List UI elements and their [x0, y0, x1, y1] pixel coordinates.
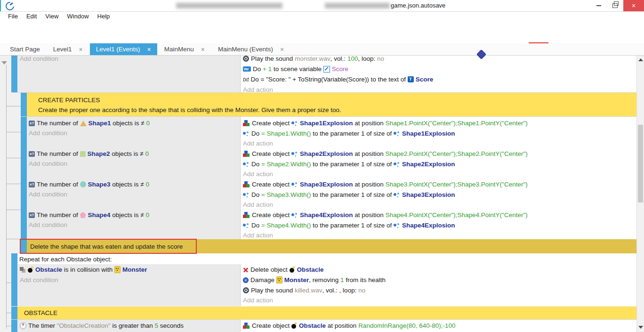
- action-line[interactable]: txt Do = "Score: " + ToString(Variable(S…: [243, 74, 433, 84]
- condition-line[interactable]: Obstacle is in collision with Monster: [20, 265, 147, 275]
- text-segment: at position: [326, 322, 358, 329]
- particle-icon: [394, 192, 400, 198]
- action-line[interactable]: Create object Obstacle at position Rando…: [243, 321, 456, 331]
- action-line[interactable]: Do = Shape1.Width() to the parameter 1 o…: [243, 129, 455, 138]
- menu-file[interactable]: File: [4, 13, 22, 20]
- text-segment: , loop:: [358, 56, 377, 62]
- tree-line: [6, 132, 21, 132]
- text-segment: The timer: [28, 322, 57, 329]
- menu-edit[interactable]: Edit: [22, 13, 41, 20]
- minimize-button[interactable]: [591, 0, 606, 11]
- action-line[interactable]: Do + 1 to scene variable Score: [243, 64, 348, 74]
- text-segment: Shape3Explosion: [300, 181, 353, 188]
- add-condition-placeholder[interactable]: Add condition: [29, 220, 67, 230]
- condition-action-divider: [240, 209, 241, 239]
- vertical-scrollbar[interactable]: [636, 56, 644, 332]
- action-line[interactable]: Play the sound killed.wav, vol.: , loop:…: [243, 285, 365, 295]
- text-segment: to the parameter 1 of size of: [311, 161, 394, 168]
- action-line[interactable]: Create object Shape2Explosion at positio…: [243, 149, 528, 159]
- text-segment: Shape4: [88, 211, 111, 219]
- menu-window[interactable]: Window: [63, 13, 93, 20]
- tab-level1-events[interactable]: Level1 (Events)×: [90, 43, 157, 55]
- text-segment: Score: [416, 76, 434, 83]
- condition-line[interactable]: The number of Shape3 objects is ≠ 0: [29, 179, 149, 189]
- action-line[interactable]: Create object Shape4Explosion at positio…: [243, 210, 528, 220]
- event-indent-bar: [21, 93, 27, 116]
- scrollbar-thumb[interactable]: [638, 125, 643, 202]
- collapse-arrow-icon[interactable]: [1, 61, 7, 65]
- add-action-placeholder[interactable]: Add action: [243, 295, 273, 305]
- add-action-placeholder[interactable]: Add action: [243, 200, 273, 210]
- action-line[interactable]: Create object Shape1Explosion at positio…: [243, 118, 528, 128]
- text-segment: 0: [145, 150, 149, 157]
- tree-line: [6, 184, 21, 184]
- tab-mainmenu[interactable]: MainMenu×: [158, 43, 211, 55]
- add-condition-placeholder[interactable]: Add condition: [29, 128, 67, 138]
- monster-icon: [114, 266, 121, 273]
- restore-icon: [612, 3, 618, 8]
- repeat-event-header[interactable]: Repeat for each Obstacle object:: [19, 254, 112, 264]
- add-condition-placeholder[interactable]: Add condition: [20, 275, 58, 285]
- menu-help[interactable]: Help: [93, 13, 114, 20]
- particle-icon: [394, 222, 400, 228]
- restore-button[interactable]: [607, 0, 622, 11]
- text-segment: Do: [253, 65, 263, 73]
- text-segment: Obstacle: [297, 266, 324, 273]
- add-action-placeholder[interactable]: Add action: [243, 138, 273, 148]
- text-segment: ≠: [140, 211, 145, 219]
- action-line[interactable]: Do = Shape2.Width() to the parameter 1 o…: [243, 159, 455, 169]
- tab-close-icon[interactable]: ×: [280, 46, 284, 53]
- comment-title: CREATE PARTICLES: [38, 95, 100, 105]
- tab-label: Start Page: [10, 46, 40, 53]
- particle-icon: [394, 161, 400, 167]
- condition-line[interactable]: The number of Shape1 objects is ≠ 0: [29, 118, 150, 128]
- tab-close-icon[interactable]: ×: [147, 46, 151, 53]
- tab-level1[interactable]: Level1×: [47, 43, 89, 55]
- text-segment: The number of: [37, 120, 80, 127]
- toolbar: + + + –: [0, 21, 644, 43]
- object-count-icon: [29, 212, 35, 218]
- close-icon: ×: [632, 2, 636, 9]
- text-segment: killed.wav: [295, 287, 322, 294]
- add-condition-placeholder[interactable]: Add condition: [29, 189, 67, 199]
- create-object-icon: [243, 323, 250, 329]
- action-line[interactable]: Do = Shape3.Width() to the parameter 1 o…: [243, 190, 455, 200]
- add-action-placeholder[interactable]: Add action: [243, 230, 273, 240]
- condition-action-divider: [240, 117, 241, 147]
- comment-title: OBSTACLE: [24, 308, 57, 317]
- text-segment: Shape4Explosion: [300, 211, 353, 219]
- condition-line[interactable]: The timer "ObstacleCreation" is greater …: [20, 321, 184, 331]
- action-line[interactable]: Play the sound monster.wav, vol.: 100, l…: [243, 56, 384, 64]
- condition-action-divider: [240, 264, 241, 306]
- tab-start-page[interactable]: Start Page: [4, 43, 46, 55]
- add-action-placeholder[interactable]: Add action: [243, 169, 273, 179]
- action-line[interactable]: Delete object Obstacle: [243, 265, 324, 275]
- close-button[interactable]: ×: [623, 0, 644, 11]
- tab-close-icon[interactable]: ×: [201, 46, 205, 53]
- object-count-icon: [29, 182, 35, 187]
- scroll-down-icon[interactable]: [638, 326, 643, 329]
- minimize-icon: [596, 5, 601, 6]
- object-count-icon: [29, 151, 35, 157]
- action-line[interactable]: Damage Monster, removing 1 from its heal…: [243, 275, 386, 285]
- action-line[interactable]: Create object Shape3Explosion at positio…: [243, 179, 528, 189]
- menu-view[interactable]: View: [41, 13, 63, 20]
- condition-line[interactable]: The number of Shape2 objects is ≠ 0: [29, 149, 149, 159]
- tab-mainmenu-events[interactable]: MainMenu (Events)×: [212, 43, 290, 55]
- text-segment: Obstacle: [35, 266, 62, 273]
- add-condition-placeholder[interactable]: Add condition: [20, 56, 58, 64]
- window-edge-accent: [0, 0, 1, 11]
- tab-close-icon[interactable]: ×: [79, 46, 83, 53]
- monster-icon: [276, 276, 282, 283]
- text-segment: at position: [353, 120, 386, 127]
- title-bar: game.json.autosave ×: [0, 0, 644, 12]
- action-line[interactable]: Do = Shape4.Width() to the parameter 1 o…: [243, 220, 455, 230]
- event-indent-bar: [21, 178, 27, 209]
- add-condition-placeholder[interactable]: Add condition: [29, 159, 67, 169]
- tree-line: [6, 210, 21, 210]
- comment-obstacle[interactable]: [17, 307, 636, 319]
- condition-line[interactable]: The number of Shape4 objects is ≠ 0: [29, 210, 149, 220]
- tab-label: MainMenu: [164, 46, 194, 53]
- event-indent-bar: [11, 320, 17, 332]
- scroll-up-icon[interactable]: [638, 58, 643, 61]
